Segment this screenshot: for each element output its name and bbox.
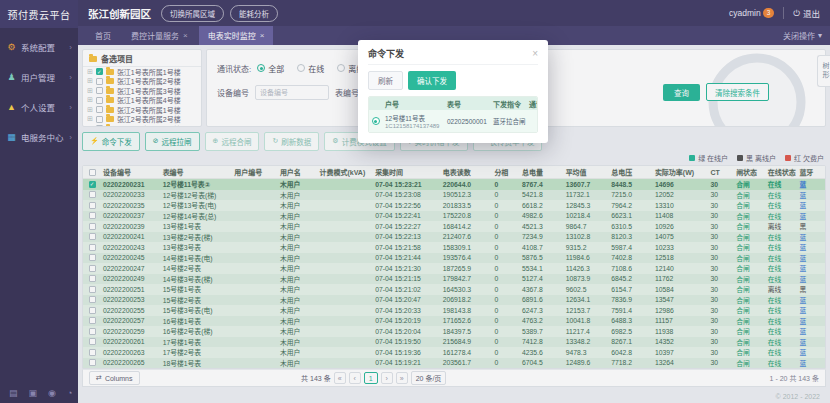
household-name: 12号楼11号表 [385,113,441,123]
close-icon[interactable]: × [532,49,538,59]
row-radio-cell [369,117,382,125]
dialog-table-header: 户号 表号 下发指令 通讯状态 [369,97,537,110]
row-radio[interactable] [372,117,380,125]
dialog-header: 命令下发 × [368,47,538,65]
confirm-send-button[interactable]: 确认下发 [408,71,456,90]
col-household: 户号 [382,99,444,109]
dialog-actions: 刷新 确认下发 [368,71,538,90]
command-dialog: 命令下发 × 刷新 确认下发 户号 表号 下发指令 通讯状态 12号楼11号表 … [358,40,548,143]
dialog-table-row[interactable]: 12号楼11号表 1C12158174137489 02202500001 蓝牙… [369,110,537,132]
app-root: 预付费云平台 ⚙系统配置›♟用户管理›▲个人设置›▦电服务中心› ▤▣◉◔ 张江… [0,0,830,403]
household-code: 1C12158174137489 [385,123,441,129]
dialog-table: 户号 表号 下发指令 通讯状态 12号楼11号表 1C1215817413748… [368,96,538,133]
household-cell: 12号楼11号表 1C12158174137489 [382,113,444,129]
col-command: 下发指令 [490,99,526,109]
col-comm-status: 通讯状态 [526,99,537,109]
col-meter: 表号 [444,99,490,109]
meter-cell: 02202500001 [444,118,490,125]
command-cell: 蓝牙拉合闸 [490,116,526,126]
refresh-button[interactable]: 刷新 [368,71,403,90]
dialog-title: 命令下发 [368,47,404,60]
